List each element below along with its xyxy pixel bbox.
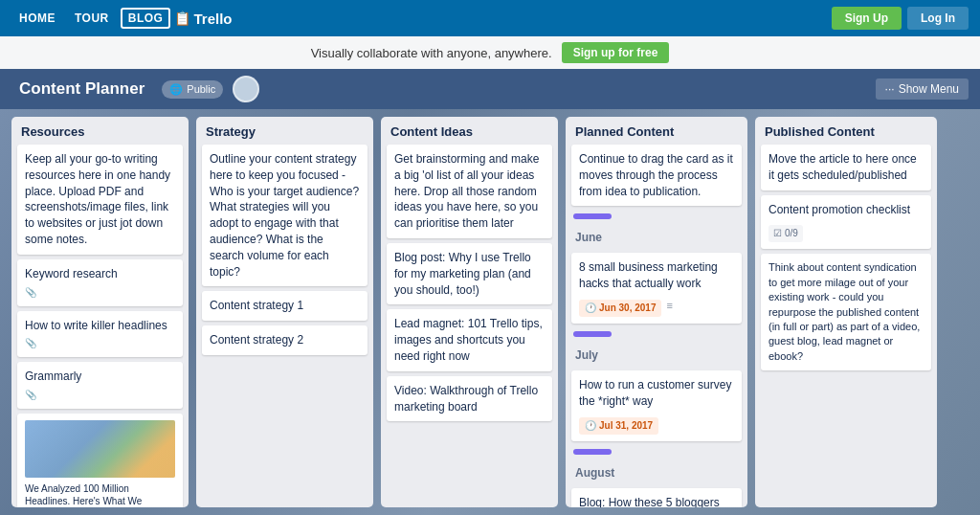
board-visibility-label: Public xyxy=(187,83,215,95)
card-meta: 📎 xyxy=(25,337,175,350)
card-meta: 🕐 Jul 31, 2017 xyxy=(579,414,734,435)
list-cards-planned: Continue to drag the card as it moves th… xyxy=(566,145,747,507)
card-strategy-intro[interactable]: Outline your content strategy here to ke… xyxy=(202,145,368,286)
card-title: Blog: How these 5 bloggers use Trello to… xyxy=(579,495,734,507)
menu-icon: ≡ xyxy=(666,299,672,313)
card-published-intro[interactable]: Move the article to here once it gets sc… xyxy=(761,145,931,190)
list-header-published: Published Content xyxy=(755,117,937,145)
card-title: Content strategy 1 xyxy=(210,299,303,312)
attachment-icon: 📎 xyxy=(25,286,36,300)
section-june: June xyxy=(571,211,742,248)
card-ideas-intro[interactable]: Get brainstorming and make a big 'ol lis… xyxy=(387,145,552,238)
card-title: Blog post: Why I use Trello for my marke… xyxy=(394,251,531,297)
card-text: Think about content syndication to get m… xyxy=(768,260,924,364)
card-text: Keep all your go-to writing resources he… xyxy=(25,152,170,246)
card-headlines[interactable]: How to write killer headlines 📎 xyxy=(17,311,183,358)
card-title: How to run a customer survey the *right*… xyxy=(579,377,734,410)
july-label xyxy=(573,331,612,337)
show-menu-label: Show Menu xyxy=(899,82,959,96)
board-content: Resources Keep all your go-to writing re… xyxy=(0,109,980,515)
signup-button[interactable]: Sign Up xyxy=(832,7,902,30)
card-image xyxy=(25,420,175,478)
trello-logo-text: Trello xyxy=(193,11,232,27)
card-title: 8 small business marketing hacks that ac… xyxy=(579,259,734,292)
top-navigation: HOME TOUR BLOG 📋 Trello Sign Up Log In xyxy=(0,0,980,36)
list-content-ideas: Content Ideas Get brainstorming and make… xyxy=(381,117,558,507)
show-menu-button[interactable]: ··· Show Menu xyxy=(876,78,969,100)
list-header-resources: Resources xyxy=(11,117,189,145)
list-header-content-ideas: Content Ideas xyxy=(381,117,558,145)
card-meta: 📎 xyxy=(25,286,175,300)
list-planned-content: Planned Content Continue to drag the car… xyxy=(566,117,747,507)
section-june-label: June xyxy=(573,227,740,248)
section-july-label: July xyxy=(573,345,740,366)
section-august-label: August xyxy=(573,462,740,483)
card-planned-intro[interactable]: Continue to drag the card as it moves th… xyxy=(571,145,742,206)
card-title: Video: Walkthrough of Trello marketing b… xyxy=(394,384,538,414)
list-cards-resources: Keep all your go-to writing resources he… xyxy=(11,145,189,507)
card-promotion-checklist[interactable]: Content promotion checklist ☑ 0/9 xyxy=(761,195,931,250)
card-title: Lead magnet: 101 Trello tips, images and… xyxy=(394,317,543,363)
clock-icon: 🕐 xyxy=(585,419,596,433)
card-lead-magnet[interactable]: Lead magnet: 101 Trello tips, images and… xyxy=(387,309,552,370)
date-text: Jul 31, 2017 xyxy=(599,419,653,433)
card-strategy-2[interactable]: Content strategy 2 xyxy=(202,325,368,355)
date-badge: 🕐 Jul 31, 2017 xyxy=(579,417,658,435)
section-july: July xyxy=(571,328,742,366)
section-august: August xyxy=(571,446,742,483)
date-text: Jun 30, 2017 xyxy=(599,302,656,315)
card-july-article[interactable]: How to run a customer survey the *right*… xyxy=(571,370,742,441)
card-text: Move the article to here once it gets sc… xyxy=(768,152,917,182)
nav-actions: Sign Up Log In xyxy=(832,7,969,30)
attachment-icon: 📎 xyxy=(25,389,36,402)
list-published-content: Published Content Move the article to he… xyxy=(755,117,937,507)
card-text: Get brainstorming and make a big 'ol lis… xyxy=(394,152,539,230)
attachment-icon: 📎 xyxy=(25,337,36,350)
login-button[interactable]: Log In xyxy=(907,7,969,30)
clock-icon: 🕐 xyxy=(585,302,596,315)
august-label xyxy=(573,449,612,455)
card-blog-post[interactable]: Blog post: Why I use Trello for my marke… xyxy=(387,243,552,304)
card-meta: 🕐 Jun 30, 2017 ≡ xyxy=(579,296,734,317)
card-headlines-article[interactable]: We Analyzed 100 Million Headlines. Here'… xyxy=(17,414,183,507)
list-strategy: Strategy Outline your content strategy h… xyxy=(196,117,373,507)
list-cards-strategy: Outline your content strategy here to ke… xyxy=(196,145,373,361)
card-title: Keyword research xyxy=(25,266,175,282)
promo-text: Visually collaborate with anyone, anywhe… xyxy=(311,46,552,60)
card-title: Grammarly xyxy=(25,369,175,385)
promo-cta-button[interactable]: Sign up for free xyxy=(562,42,670,63)
trello-logo: 📋 Trello xyxy=(174,11,232,27)
card-grammarly[interactable]: Grammarly 📎 xyxy=(17,362,183,409)
dots-icon: ··· xyxy=(885,82,895,96)
card-strategy-1[interactable]: Content strategy 1 xyxy=(202,291,368,321)
card-title: How to write killer headlines xyxy=(25,318,175,334)
card-text: Continue to drag the card as it moves th… xyxy=(579,152,733,198)
globe-icon: 🌐 xyxy=(169,83,183,96)
list-resources: Resources Keep all your go-to writing re… xyxy=(11,117,189,507)
nav-home[interactable]: HOME xyxy=(11,8,63,29)
date-badge: 🕐 Jun 30, 2017 xyxy=(579,300,661,317)
list-cards-content-ideas: Get brainstorming and make a big 'ol lis… xyxy=(381,145,558,427)
card-image-inner xyxy=(25,420,175,478)
nav-blog[interactable]: BLOG xyxy=(121,8,171,29)
nav-tour[interactable]: TOUR xyxy=(67,8,117,29)
card-august-article[interactable]: Blog: How these 5 bloggers use Trello to… xyxy=(571,488,742,507)
card-meta: ☑ 0/9 xyxy=(768,221,924,242)
board-header: Content Planner 🌐 Public ··· Show Menu xyxy=(0,69,980,109)
trello-icon: 📋 xyxy=(174,11,190,26)
card-syndication[interactable]: Think about content syndication to get m… xyxy=(761,254,931,370)
card-title: Content strategy 2 xyxy=(210,333,303,347)
board-title[interactable]: Content Planner xyxy=(11,76,152,102)
card-title: Content promotion checklist xyxy=(768,202,924,218)
list-cards-published: Move the article to here once it gets sc… xyxy=(755,145,937,376)
card-video[interactable]: Video: Walkthrough of Trello marketing b… xyxy=(387,376,552,422)
nav-links: HOME TOUR BLOG 📋 Trello xyxy=(11,8,232,29)
card-resources-intro[interactable]: Keep all your go-to writing resources he… xyxy=(17,145,183,255)
card-june-article[interactable]: 8 small business marketing hacks that ac… xyxy=(571,253,742,324)
checklist-icon: ☑ xyxy=(773,227,782,240)
card-keyword-research[interactable]: Keyword research 📎 xyxy=(17,259,183,306)
board-title-area: Content Planner 🌐 Public xyxy=(11,76,259,102)
list-header-planned: Planned Content xyxy=(566,117,747,145)
avatar xyxy=(233,76,259,102)
promo-banner: Visually collaborate with anyone, anywhe… xyxy=(0,36,980,69)
